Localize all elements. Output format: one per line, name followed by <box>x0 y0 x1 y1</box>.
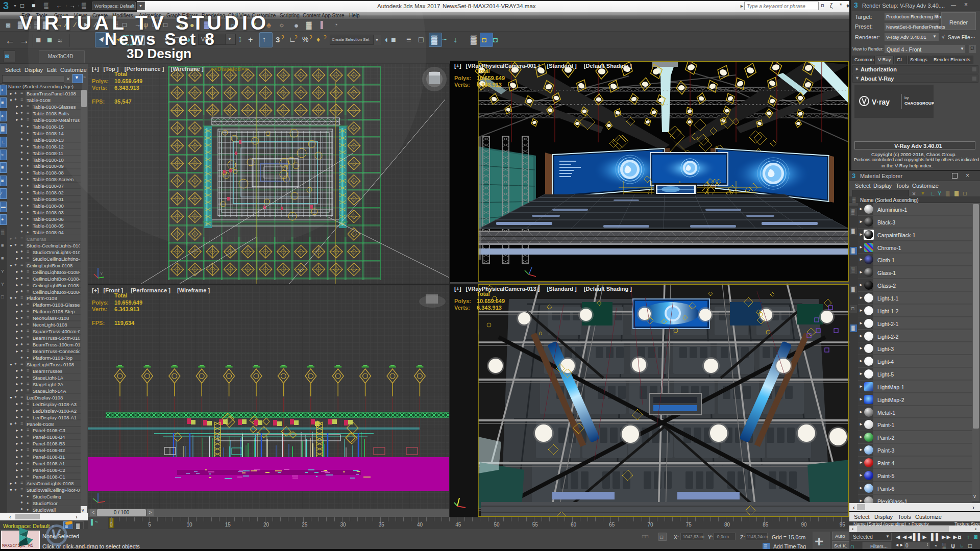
svg-text:119,634: 119,634 <box>114 320 135 326</box>
svg-text:V·ray: V·ray <box>872 98 890 106</box>
svg-text:Polys:: Polys: <box>454 75 471 81</box>
svg-text:Verts:: Verts: <box>454 82 470 88</box>
svg-text:[+]: [+] <box>92 287 99 293</box>
svg-text:[Wireframe ]: [Wireframe ] <box>177 287 210 293</box>
svg-text:10.659.649: 10.659.649 <box>114 299 142 306</box>
svg-text:Total: Total <box>114 292 127 298</box>
svg-text:10.659.649: 10.659.649 <box>477 298 505 304</box>
svg-text:Total: Total <box>477 291 489 297</box>
svg-text:Polys:: Polys: <box>92 299 109 306</box>
svg-text:[Standard ]: [Standard ] <box>547 286 577 292</box>
svg-text:FPS:: FPS: <box>92 320 105 326</box>
svg-text:6.343.913: 6.343.913 <box>477 305 502 311</box>
svg-text:[Default Shading ]: [Default Shading ] <box>584 286 632 292</box>
svg-text:[Default Shading ]: [Default Shading ] <box>584 63 632 69</box>
svg-text:Polys:: Polys: <box>454 298 471 304</box>
svg-text:[Standard ]: [Standard ] <box>547 63 577 69</box>
svg-text:10.659.649: 10.659.649 <box>477 75 505 81</box>
svg-text:Y: Y <box>100 271 103 276</box>
svg-text:6.343.913: 6.343.913 <box>477 82 502 88</box>
svg-text:[+]: [+] <box>454 286 461 292</box>
svg-text:6.343.913: 6.343.913 <box>114 306 139 312</box>
svg-text:Total: Total <box>477 68 489 74</box>
svg-text:Verts:: Verts: <box>92 306 108 312</box>
svg-text:CHAOSGROUP: CHAOSGROUP <box>904 101 934 106</box>
svg-text:[+]: [+] <box>454 63 461 69</box>
svg-text:Verts:: Verts: <box>454 305 470 311</box>
svg-text:[Performance ]: [Performance ] <box>131 287 170 293</box>
svg-text:by: by <box>904 95 909 100</box>
